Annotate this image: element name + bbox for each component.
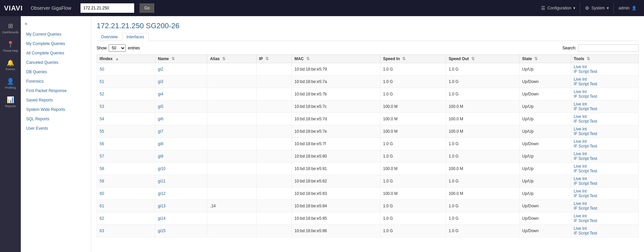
search-input[interactable] — [578, 44, 639, 52]
name-link[interactable]: gi5 — [158, 104, 163, 109]
sidebar-menu-system-wide-reports[interactable]: System Wide Reports — [21, 105, 91, 114]
col-ip[interactable]: IP ⇅ — [256, 55, 292, 63]
tool-link[interactable]: IF Script Test — [574, 107, 597, 111]
ifindex-link[interactable]: 62 — [100, 216, 104, 221]
ifindex-link[interactable]: 54 — [100, 117, 104, 121]
name-link[interactable]: gi7 — [158, 129, 163, 134]
tool-link[interactable]: Live Int — [574, 65, 587, 69]
tool-link[interactable]: IF Script Test — [574, 119, 597, 124]
tool-link[interactable]: IF Script Test — [574, 69, 597, 74]
sidebar-menu-saved-reports[interactable]: Saved Reports — [21, 95, 91, 105]
ifindex-link[interactable]: 52 — [100, 92, 104, 96]
col-tools[interactable]: Tools ⇅ — [571, 55, 638, 63]
col-name[interactable]: Name ⇅ — [155, 55, 207, 63]
tool-link[interactable]: IF Script Test — [574, 231, 597, 236]
sidebar-item-events[interactable]: 🔔 Events — [0, 56, 21, 74]
tool-link[interactable]: IF Script Test — [574, 131, 597, 136]
go-button[interactable]: Go — [140, 3, 154, 13]
sidebar-item-reports[interactable]: 📊 Reports — [0, 93, 21, 111]
ifindex-link[interactable]: 56 — [100, 141, 104, 146]
sidebar-menu-db-queries[interactable]: DB Queries — [21, 67, 91, 77]
tool-link[interactable]: IF Script Test — [574, 94, 597, 99]
name-link[interactable]: gi9 — [158, 154, 163, 159]
col-state[interactable]: State ⇅ — [519, 55, 571, 63]
sort-arrow-speed-out: ⇅ — [471, 56, 475, 61]
sidebar-item-dashboards[interactable]: ⊞ Dashboards — [0, 19, 21, 37]
tab-interfaces[interactable]: Interfaces — [122, 33, 149, 41]
tool-link[interactable]: IF Script Test — [574, 156, 597, 161]
tool-link[interactable]: Live Int — [574, 77, 587, 82]
ifindex-link[interactable]: 57 — [100, 154, 104, 159]
ifindex-link[interactable]: 58 — [100, 166, 104, 171]
sidebar-menu-forensics[interactable]: Forensics — [21, 77, 91, 86]
events-icon: 🔔 — [7, 59, 14, 67]
tool-link[interactable]: Live Int — [574, 201, 587, 206]
col-alias[interactable]: Alias ⇅ — [207, 55, 256, 63]
cell-mac: 10:bd:18:be:e5:83 — [292, 187, 380, 200]
cell-state: Up/Up — [519, 100, 571, 113]
cell-ifindex: 57 — [97, 150, 155, 163]
table-row: 58 gi10 10:bd:18:be:e5:81 100.0 M 100.0 … — [97, 163, 639, 175]
tool-link[interactable]: IF Script Test — [574, 181, 597, 186]
sidebar-menu-canceled-queries[interactable]: Canceled Queries — [21, 58, 91, 67]
sidebar-collapse-button[interactable]: « — [21, 19, 91, 28]
sidebar-menu-my-complete-queries[interactable]: My Complete Queries — [21, 39, 91, 48]
tool-link[interactable]: IF Script Test — [574, 169, 597, 173]
tool-link[interactable]: Live Int — [574, 164, 587, 169]
tool-link[interactable]: IF Script Test — [574, 206, 597, 211]
name-link[interactable]: gi13 — [158, 204, 166, 208]
ifindex-link[interactable]: 59 — [100, 179, 104, 183]
sidebar-item-threat-map[interactable]: 📍 Threat Map — [0, 37, 21, 56]
name-link[interactable]: gi11 — [158, 179, 166, 183]
tool-link[interactable]: IF Script Test — [574, 218, 597, 223]
tool-link[interactable]: Live Int — [574, 127, 587, 131]
tool-link[interactable]: Live Int — [574, 102, 587, 107]
ifindex-link[interactable]: 61 — [100, 204, 104, 208]
ifindex-link[interactable]: 55 — [100, 129, 104, 134]
name-link[interactable]: gi6 — [158, 117, 163, 121]
tool-link[interactable]: IF Script Test — [574, 144, 597, 149]
sidebar-menu-first-packet-response[interactable]: First Packet Response — [21, 86, 91, 95]
name-link[interactable]: gi4 — [158, 92, 163, 96]
name-link[interactable]: gi15 — [158, 228, 166, 233]
name-link[interactable]: gi8 — [158, 141, 163, 146]
tool-link[interactable]: Live Int — [574, 189, 587, 194]
name-link[interactable]: gi10 — [158, 166, 166, 171]
sidebar-item-profiling[interactable]: 👤 Profiling — [0, 74, 21, 93]
admin-button[interactable]: admin 👤 — [615, 0, 640, 16]
col-speed-out[interactable]: Speed Out ⇅ — [446, 55, 519, 63]
sidebar-menu-all-complete-queries[interactable]: All Complete Queries — [21, 48, 91, 58]
tool-link[interactable]: IF Script Test — [574, 82, 597, 86]
sidebar-menu-user-events[interactable]: User Events — [21, 124, 91, 133]
sidebar-icons: ⊞ Dashboards 📍 Threat Map 🔔 Events 👤 Pro… — [0, 16, 21, 252]
ifindex-link[interactable]: 60 — [100, 191, 104, 196]
system-button[interactable]: ⚙ System ▾ — [582, 0, 612, 16]
sidebar-menu-my-current-queries[interactable]: My Current Queries — [21, 30, 91, 39]
ip-search-input[interactable] — [80, 3, 134, 13]
tool-link[interactable]: Live Int — [574, 176, 587, 181]
tool-link[interactable]: Live Int — [574, 152, 587, 156]
name-link[interactable]: gi3 — [158, 79, 163, 84]
name-link[interactable]: gi14 — [158, 216, 166, 221]
cell-ip — [256, 163, 292, 175]
show-entries-select[interactable]: 10 25 50 100 — [109, 44, 126, 52]
tool-link[interactable]: Live Int — [574, 214, 587, 218]
col-speed-in[interactable]: Speed In ⇅ — [380, 55, 446, 63]
ifindex-link[interactable]: 51 — [100, 79, 104, 84]
ifindex-link[interactable]: 63 — [100, 228, 104, 233]
name-link[interactable]: gi2 — [158, 67, 163, 72]
sidebar-menu-sql-reports[interactable]: SQL Reports — [21, 114, 91, 124]
name-link[interactable]: gi12 — [158, 191, 166, 196]
tool-link[interactable]: IF Script Test — [574, 194, 597, 198]
col-mac[interactable]: MAC ⇅ — [292, 55, 380, 63]
ifindex-link[interactable]: 50 — [100, 67, 104, 72]
tab-overview[interactable]: Overview — [97, 33, 122, 41]
tool-link[interactable]: Live Int — [574, 89, 587, 94]
configuration-button[interactable]: ☰ Configuration ▾ — [538, 0, 579, 16]
ifindex-link[interactable]: 53 — [100, 104, 104, 109]
tool-link[interactable]: Live Int — [574, 114, 587, 119]
col-ifindex[interactable]: IfIndex ▲ — [97, 55, 155, 63]
tool-link[interactable]: Live Int — [574, 139, 587, 144]
cell-ifindex: 61 — [97, 200, 155, 212]
tool-link[interactable]: Live Int — [574, 226, 587, 231]
